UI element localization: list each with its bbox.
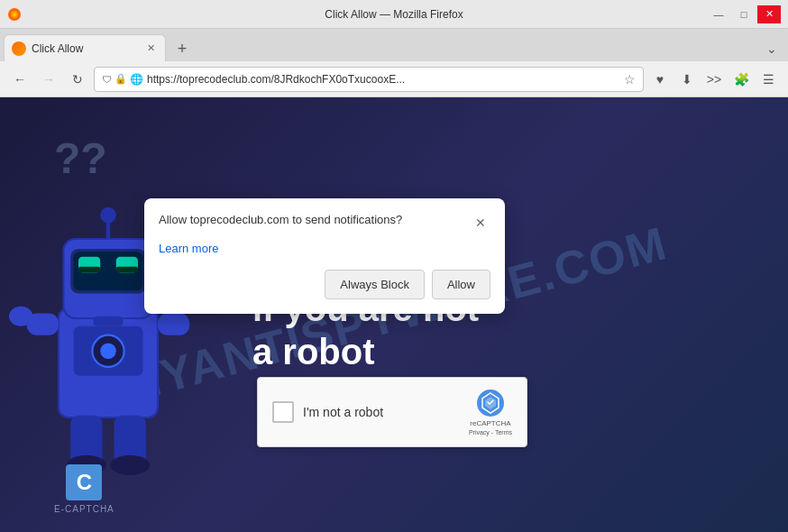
popup-buttons: Always Block Allow xyxy=(159,270,490,299)
extensions-button[interactable]: 🧩 xyxy=(728,67,754,92)
window-title: Click Allow — Mozilla Firefox xyxy=(325,8,463,21)
firefox-icon xyxy=(7,7,22,22)
tab-close-button[interactable]: ✕ xyxy=(143,41,158,56)
svg-rect-13 xyxy=(94,316,124,326)
svg-point-18 xyxy=(9,307,32,326)
new-tab-button[interactable]: + xyxy=(170,36,195,61)
svg-point-23 xyxy=(110,455,150,475)
popup-close-icon: ✕ xyxy=(475,216,486,230)
shield-icon: 🛡 xyxy=(102,74,112,85)
title-bar-left xyxy=(7,7,22,22)
active-tab[interactable]: Click Allow ✕ xyxy=(4,34,166,61)
window-controls: — □ ✕ xyxy=(707,5,781,23)
allow-button[interactable]: Allow xyxy=(432,270,490,299)
page-content: MYANTISPYWARE.COM ?? xyxy=(0,97,788,532)
pocket-button[interactable]: ♥ xyxy=(647,67,673,92)
recaptcha-left: I'm not a robot xyxy=(272,401,383,423)
recaptcha-privacy-link[interactable]: Privacy xyxy=(469,429,490,436)
popup-header: Allow toprecodeclub.com to send notifica… xyxy=(159,213,490,233)
tab-favicon-icon xyxy=(12,41,26,56)
recaptcha-label: I'm not a robot xyxy=(303,405,383,419)
minimize-button[interactable]: — xyxy=(707,5,730,23)
notification-permission-popup: Allow toprecodeclub.com to send notifica… xyxy=(144,198,505,314)
nav-bar: ← → ↻ 🛡 🔒 🌐 https://toprecodeclub.com/8J… xyxy=(0,61,788,97)
svg-rect-10 xyxy=(116,267,138,273)
recaptcha-right: reCAPTCHA Privacy - Terms xyxy=(469,389,512,436)
url-security-icons: 🛡 🔒 🌐 xyxy=(102,73,143,86)
forward-button[interactable]: → xyxy=(36,67,61,92)
learn-more-link[interactable]: Learn more xyxy=(159,242,218,255)
always-block-button[interactable]: Always Block xyxy=(325,270,425,299)
svg-rect-19 xyxy=(158,314,189,335)
more-tools-button[interactable]: >> xyxy=(701,67,727,92)
maximize-button[interactable]: □ xyxy=(732,5,756,23)
nav-right-icons: ♥ ⬇ >> 🧩 ☰ xyxy=(647,67,781,92)
lock-icon: 🔒 xyxy=(115,73,127,85)
popup-title: Allow toprecodeclub.com to send notifica… xyxy=(159,213,471,228)
tab-label: Click Allow xyxy=(32,42,138,55)
recaptcha-badge-text: reCAPTCHA xyxy=(470,419,510,427)
url-bar[interactable]: 🛡 🔒 🌐 https://toprecodeclub.com/8JRdkoch… xyxy=(94,67,644,92)
popup-close-button[interactable]: ✕ xyxy=(471,213,490,233)
recaptcha-checkbox[interactable] xyxy=(272,401,294,423)
url-text: https://toprecodeclub.com/8JRdkochFX0oTx… xyxy=(147,73,620,86)
tab-bar: Click Allow ✕ + ⌄ xyxy=(0,29,788,61)
svg-rect-9 xyxy=(78,267,100,273)
recaptcha-widget: I'm not a robot reCAPTCHA Privacy - Term… xyxy=(257,377,527,447)
bookmark-star-icon[interactable]: ☆ xyxy=(624,72,636,87)
download-button[interactable]: ⬇ xyxy=(674,67,700,92)
menu-button[interactable]: ☰ xyxy=(756,67,781,92)
svg-point-16 xyxy=(100,344,116,360)
globe-icon: 🌐 xyxy=(130,73,143,86)
recaptcha-logo-icon xyxy=(476,389,505,417)
reload-button[interactable]: ↻ xyxy=(65,67,90,92)
recaptcha-links: Privacy - Terms xyxy=(469,429,512,436)
recaptcha-terms-link[interactable]: Terms xyxy=(495,429,512,436)
ecaptcha-label: E-CAPTCHA xyxy=(54,504,115,514)
tab-overflow-button[interactable]: ⌄ xyxy=(759,36,784,61)
ecaptcha-logo: C E-CAPTCHA xyxy=(54,464,115,514)
svg-point-2 xyxy=(13,13,16,16)
title-bar: Click Allow — Mozilla Firefox — □ ✕ xyxy=(0,0,788,29)
browser-window: Click Allow — Mozilla Firefox — □ ✕ Clic… xyxy=(0,0,788,532)
back-button[interactable]: ← xyxy=(7,67,32,92)
svg-point-12 xyxy=(100,207,116,224)
close-button[interactable]: ✕ xyxy=(757,5,781,23)
ecaptcha-icon: C xyxy=(66,464,102,500)
